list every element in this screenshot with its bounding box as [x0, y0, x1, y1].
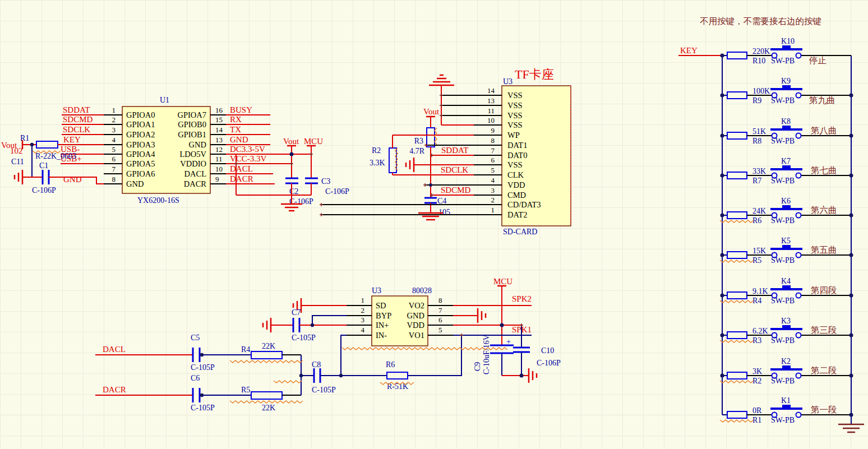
pushbutton-icon[interactable]	[770, 168, 802, 170]
svg-text:C-105P: C-105P	[292, 334, 316, 342]
key-row-k8[interactable]: 51KR8 K8SW-PB 第八曲	[722, 117, 851, 145]
spk2-net-label[interactable]: SPK2	[512, 294, 532, 303]
pushbutton-icon[interactable]	[770, 208, 802, 210]
svg-text:11: 11	[487, 107, 495, 115]
svg-text:GND: GND	[189, 140, 206, 149]
svg-text:VDD: VDD	[507, 180, 525, 189]
svg-text:5: 5	[438, 326, 442, 334]
svg-text:C9: C9	[473, 362, 482, 371]
ground-icon	[838, 424, 864, 432]
svg-text:VSS: VSS	[507, 160, 523, 169]
svg-text:WP: WP	[507, 131, 520, 140]
svg-text:4: 4	[361, 326, 365, 334]
tf-vout-label[interactable]: Vout	[423, 107, 440, 116]
svg-text:VDDIO: VDDIO	[180, 159, 206, 168]
tf-title: TF卡座	[515, 67, 554, 81]
key-row-k10[interactable]: 220KR10 K10SW-PB 停止	[722, 37, 851, 65]
chip-sdcard[interactable]: U3 SD-CARD 1413 1110 98 76 54 32 1 VSSVS…	[474, 77, 571, 236]
svg-text:4: 4	[112, 136, 116, 144]
mcu-power-label[interactable]: MCU	[493, 277, 513, 286]
pushbutton-icon[interactable]	[770, 288, 802, 290]
ground-icon	[521, 368, 537, 383]
svg-text:第八曲: 第八曲	[811, 126, 837, 135]
capacitor-c8[interactable]: C8 C-105P	[312, 360, 336, 394]
svg-text:DACR: DACR	[184, 179, 207, 188]
tf-net-labels[interactable]: SDDAT SDCLK SDCMD	[432, 146, 474, 195]
svg-text:C-105P: C-105P	[191, 404, 215, 412]
svg-text:CMD: CMD	[507, 191, 526, 200]
amp-part: 80028	[412, 286, 432, 295]
capacitor-c9[interactable]: + C9 C-10uF/16V	[473, 335, 514, 374]
resistor-r6[interactable]: R6 R-51K	[386, 360, 408, 391]
schematic-svg: U1 YX6200-16S 1 2 3 4 5 6 7 8 GPIOA0GPIO…	[0, 0, 868, 449]
svg-text:VO2: VO2	[409, 301, 424, 310]
key-row-k9[interactable]: 100KR9 K9SW-PB 第九曲	[722, 77, 851, 105]
svg-text:11: 11	[215, 155, 223, 163]
svg-text:R3: R3	[752, 336, 761, 345]
svg-text:22K: 22K	[262, 404, 275, 412]
svg-text:9.1K: 9.1K	[752, 287, 768, 295]
vss-ground-rail[interactable]	[429, 75, 474, 125]
tf-pullups[interactable]: Vout R3 4.7R R2 3.3K	[370, 107, 474, 220]
svg-text:SDCMD: SDCMD	[441, 186, 471, 195]
svg-text:3: 3	[491, 186, 495, 195]
svg-text:SDCLK: SDCLK	[441, 165, 468, 174]
svg-text:C4: C4	[437, 197, 446, 205]
svg-text:C-105P: C-105P	[312, 386, 336, 394]
svg-text:SW-PB: SW-PB	[771, 416, 795, 424]
vout-rail-label[interactable]: Vout	[283, 137, 299, 146]
capacitor-c6[interactable]: C6 C-105P	[191, 374, 215, 412]
capacitor-c2[interactable]: C2 C-106P	[285, 178, 313, 206]
tf-card-section[interactable]: TF卡座 U3 SD-CARD 1413 1110 98 76 54 32 1 …	[321, 67, 571, 236]
pushbutton-icon[interactable]	[770, 328, 802, 330]
svg-text:3: 3	[361, 316, 365, 324]
svg-text:CD/DAT3: CD/DAT3	[507, 200, 541, 209]
pushbutton-icon[interactable]	[770, 408, 802, 410]
resistor-r2[interactable]: R2 3.3K	[370, 146, 396, 173]
chip-u1[interactable]: U1 YX6200-16S 1 2 3 4 5 6 7 8 GPIOA0GPIO…	[104, 96, 226, 205]
svg-text:第五曲: 第五曲	[811, 245, 837, 254]
svg-text:10: 10	[215, 165, 223, 173]
svg-text:4.7R: 4.7R	[409, 147, 425, 155]
key-net-label[interactable]: KEY	[680, 46, 698, 55]
ground-icon	[263, 318, 271, 332]
amp-section[interactable]: U3 80028 1 2 3 4 8 7 6 5 SD BYP IN+ IN- …	[263, 277, 561, 383]
pushbutton-icon[interactable]	[770, 88, 802, 90]
svg-text:K5: K5	[781, 237, 791, 245]
svg-text:15: 15	[215, 115, 223, 124]
svg-text:C3: C3	[321, 177, 330, 186]
svg-text:4: 4	[491, 176, 495, 184]
pushbutton-icon[interactable]	[770, 128, 802, 131]
svg-text:13: 13	[215, 136, 223, 144]
key-row-k7[interactable]: 33KR7 K7SW-PB 第七曲	[722, 157, 851, 185]
keypad-section[interactable]: 不用按键，不需要接右边的按键 KEY 220KR10 K10SW-PB 停止	[678, 16, 864, 432]
capacitor-c5[interactable]: C5 C-105P	[191, 334, 215, 372]
svg-text:R1: R1	[20, 134, 29, 142]
svg-text:KEY: KEY	[63, 135, 81, 144]
svg-text:R3: R3	[414, 137, 423, 145]
mcu-rail-label[interactable]: MCU	[304, 137, 323, 146]
svg-text:8: 8	[438, 296, 442, 304]
svg-text:GPIOB1: GPIOB1	[178, 130, 206, 139]
resistor-r5[interactable]: R5 22K	[241, 386, 282, 412]
pushbutton-icon[interactable]	[770, 248, 802, 250]
audio-input-section[interactable]: DACL C5 C-105P R4 22K DACR C6 C-105P R5 …	[95, 334, 408, 412]
pushbutton-icon[interactable]	[770, 48, 802, 50]
dacr-net-label[interactable]: DACR	[103, 385, 126, 394]
svg-text:K2: K2	[781, 357, 791, 365]
c11-designator[interactable]: C11	[11, 158, 24, 166]
svg-text:LDO5V: LDO5V	[179, 150, 206, 159]
svg-text:7: 7	[491, 146, 495, 155]
capacitor-c1[interactable]: C1 C-106P	[32, 161, 56, 195]
pushbutton-icon[interactable]	[770, 368, 802, 371]
u1-part: YX6200-16S	[137, 196, 179, 205]
dacl-net-label[interactable]: DACL	[103, 345, 126, 354]
svg-text:IN+: IN+	[376, 321, 389, 330]
svg-text:SDDAT: SDDAT	[63, 105, 90, 114]
resistor-r4[interactable]: R4 22K	[241, 342, 282, 359]
svg-text:C6: C6	[191, 374, 200, 382]
svg-text:C5: C5	[191, 334, 200, 342]
chip-amp[interactable]: U3 80028 1 2 3 4 8 7 6 5 SD BYP IN+ IN- …	[347, 286, 453, 346]
svg-text:13: 13	[487, 96, 495, 105]
svg-text:GPIOA5: GPIOA5	[126, 159, 155, 168]
